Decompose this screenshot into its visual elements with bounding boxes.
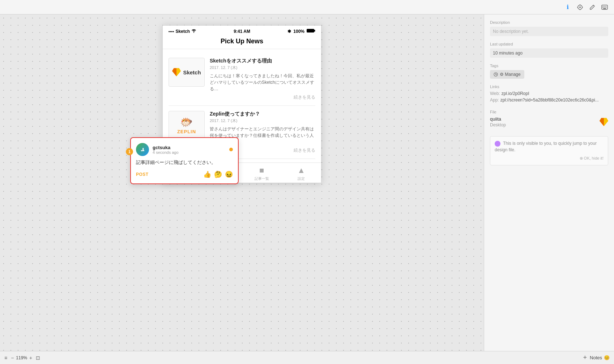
zeplin-bug-icon: 🐡	[180, 116, 193, 128]
tags-label: Tags	[490, 64, 608, 68]
file-row: quiita Desktop	[490, 116, 608, 127]
nav-bar: Pick Up News	[163, 35, 321, 49]
status-time: 9:41 AM	[234, 29, 250, 34]
comment-actions: POST 👍 🤔 😖	[136, 170, 233, 178]
svg-rect-18	[314, 30, 315, 32]
status-left: ▪▪▪▪ Sketch	[169, 29, 196, 34]
keyboard-icon[interactable]	[601, 4, 608, 11]
comment-badge-number: 1	[128, 150, 131, 154]
tab-settings[interactable]: ▲ 設定	[282, 166, 321, 181]
expand-icon[interactable]: ⊡	[36, 355, 40, 361]
status-right: ✱ 100%	[287, 29, 315, 34]
web-link-label: Web:	[490, 91, 500, 96]
comment-badge[interactable]: 1	[126, 148, 133, 155]
jump-notice-avatar	[495, 141, 500, 147]
wifi-icon	[191, 29, 196, 34]
svg-point-16	[193, 32, 194, 33]
file-name: quiita	[490, 116, 506, 122]
status-bar: ▪▪▪▪ Sketch 9:41 AM ✱ 100%	[163, 26, 321, 35]
description-value: No description yet.	[490, 27, 608, 36]
hide-label: ⊗ OK, hide it!	[580, 155, 604, 161]
comment-time: 4 seconds ago	[153, 150, 226, 155]
notes-emoji: 😊	[604, 355, 610, 360]
add-button[interactable]: +	[583, 354, 587, 361]
app-link-row: App: zpl://screen?sid=5a28bbf88c20e102ec…	[490, 98, 608, 103]
file-location: Desktop	[490, 122, 506, 127]
tab-settings-label: 設定	[298, 176, 305, 181]
news-excerpt-1: こんにちは！寒くなってきましたね！今回、私が最近どハマりしているツールのSket…	[210, 73, 315, 92]
news-date-1: 2017. 12. 7 (木)	[210, 65, 315, 70]
news-thumbnail-2: 🐡 ZEPLIN	[169, 111, 205, 140]
manage-label: ⚙ Manage	[500, 72, 521, 77]
thinking-reaction[interactable]: 🤔	[214, 170, 222, 178]
tags-section: Tags ⚙ Manage	[490, 64, 608, 79]
news-thumbnail-1: Sketch	[169, 58, 205, 87]
comment-reactions: 👍 🤔 😖	[203, 170, 233, 178]
description-label: Description	[490, 20, 608, 25]
comment-popup: 🏞 gctsuka 4 seconds ago 記事詳細ページに飛ばしてください…	[130, 137, 239, 184]
zoom-out-button[interactable]: −	[10, 355, 14, 361]
news-date-2: 2017. 12. 7 (木)	[210, 118, 315, 124]
sketch-file-icon	[600, 118, 608, 126]
jump-notice: This is only visible to you, to quickly …	[490, 136, 608, 165]
jump-notice-text: This is only visible to you, to quickly …	[495, 141, 597, 152]
description-section: Description No description yet.	[490, 20, 608, 36]
bottom-right: + Notes 😊	[583, 354, 610, 361]
news-title-2: Zeplin使ってますか？	[210, 111, 315, 117]
tab-settings-icon: ▲	[297, 166, 305, 175]
zeplin-text: ZEPLIN	[177, 129, 196, 134]
comment-text: 記事詳細ページに飛ばしてください。	[136, 159, 233, 166]
battery-icon	[307, 29, 315, 34]
news-item[interactable]: Sketch Sketchをオススメする理由 2017. 12. 7 (木) こ…	[169, 53, 315, 106]
bottom-bar: ≡ − 119% + ⊡ + Notes 😊	[0, 351, 614, 364]
comment-dot	[229, 148, 233, 151]
comment-header: 🏞 gctsuka 4 seconds ago	[136, 143, 233, 156]
bluetooth-icon: ✱	[287, 29, 291, 34]
svg-point-1	[579, 6, 581, 8]
notes-button[interactable]: Notes 😊	[590, 355, 610, 360]
last-updated-label: Last updated	[490, 42, 608, 46]
comment-post-button[interactable]: POST	[136, 172, 149, 177]
tab-articles-label: 記事一覧	[255, 176, 269, 181]
right-panel: Description No description yet. Last upd…	[484, 14, 614, 351]
info-icon[interactable]: ℹ	[564, 4, 571, 11]
svg-rect-17	[307, 29, 314, 32]
menu-icon[interactable]: ≡	[4, 355, 7, 361]
news-readmore-1[interactable]: 続きを見る	[210, 94, 315, 100]
anguished-reaction[interactable]: 😖	[225, 170, 233, 178]
pencil-icon[interactable]	[589, 4, 596, 11]
toolbar-icons: ℹ	[564, 4, 608, 11]
notes-label: Notes	[590, 355, 602, 360]
app-link-value[interactable]: zpl://screen?sid=5a28bbf88c20e102ec6c26c…	[500, 98, 599, 103]
carrier-name: Sketch	[176, 29, 190, 34]
news-title-1: Sketchをオススメする理由	[210, 58, 315, 64]
target-icon[interactable]	[576, 4, 584, 11]
file-section: File quiita Desktop	[490, 110, 608, 127]
battery-percent: 100%	[293, 29, 304, 34]
canvas-area[interactable]: ▪▪▪▪ Sketch 9:41 AM ✱ 100% Pick Up	[0, 14, 484, 351]
top-toolbar: ℹ	[0, 0, 614, 14]
zoom-controls: − 119% +	[10, 355, 33, 361]
sketch-logo: Sketch	[172, 68, 201, 77]
links-label: Links	[490, 84, 608, 89]
comment-username: gctsuka	[153, 145, 226, 150]
zoom-value: 119%	[16, 355, 27, 360]
web-link-row: Web: zpl.io/2p0RopI	[490, 91, 608, 96]
nav-title: Pick Up News	[221, 38, 263, 45]
links-section: Links Web: zpl.io/2p0RopI App: zpl://scr…	[490, 84, 608, 104]
signal-icon: ▪▪▪▪	[169, 29, 174, 34]
web-link-value[interactable]: zpl.io/2p0RopI	[502, 91, 529, 96]
thumbs-up-reaction[interactable]: 👍	[203, 170, 211, 178]
app-link-label: App:	[490, 98, 499, 103]
main-area: ▪▪▪▪ Sketch 9:41 AM ✱ 100% Pick Up	[0, 14, 614, 351]
zoom-in-button[interactable]: +	[29, 355, 33, 361]
manage-tags-button[interactable]: ⚙ Manage	[490, 70, 524, 79]
last-updated-section: Last updated 10 minutes ago	[490, 42, 608, 58]
last-updated-value: 10 minutes ago	[490, 48, 608, 58]
zeplin-logo: 🐡 ZEPLIN	[177, 116, 196, 134]
tab-articles[interactable]: ■ 記事一覧	[242, 166, 282, 181]
file-label: File	[490, 110, 608, 114]
file-info: quiita Desktop	[490, 116, 506, 127]
hide-jump-notice-button[interactable]: ⊗ OK, hide it!	[495, 155, 604, 161]
bottom-left: ≡ − 119% + ⊡	[4, 355, 40, 361]
